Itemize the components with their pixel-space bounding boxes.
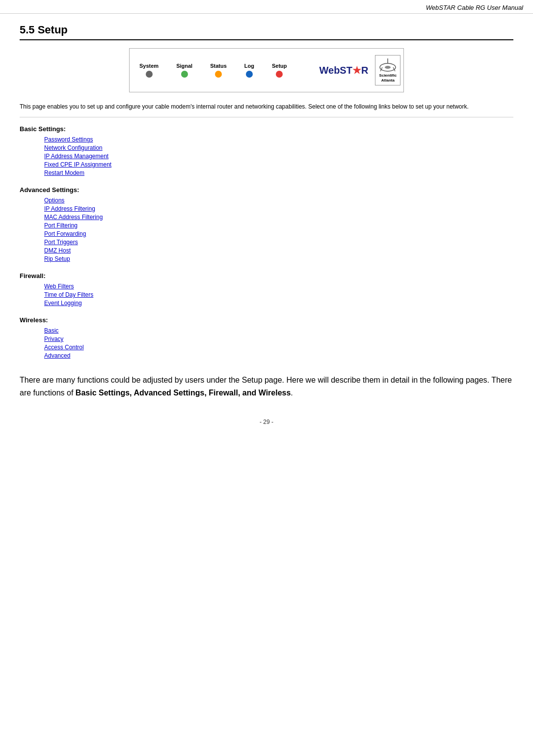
link-rip-setup[interactable]: Rip Setup	[44, 255, 70, 262]
manual-title: WebSTAR Cable RG User Manual	[426, 4, 523, 11]
list-item: IP Address Management	[44, 152, 513, 160]
list-item: Privacy	[44, 335, 513, 342]
list-item: Restart Modem	[44, 169, 513, 176]
nav-status-label: Status	[210, 63, 227, 69]
list-item: Basic	[44, 327, 513, 334]
nav-item-log: Log	[244, 63, 254, 78]
list-item: Web Filters	[44, 282, 513, 290]
nav-item-signal: Signal	[176, 63, 192, 78]
page-title: 5.5 Setup	[20, 24, 513, 40]
link-port-filtering[interactable]: Port Filtering	[44, 222, 78, 229]
nav-setup-label: Setup	[272, 63, 287, 69]
link-access-control[interactable]: Access Control	[44, 344, 84, 351]
advanced-settings-title: Advanced Settings:	[20, 186, 513, 194]
basic-settings-title: Basic Settings:	[20, 125, 513, 133]
page-content: 5.5 Setup System Signal Status Log	[0, 14, 533, 445]
sa-label2: Atlanta	[381, 78, 395, 83]
nav-item-status: Status	[210, 63, 227, 78]
list-item: Rip Setup	[44, 255, 513, 262]
link-port-forwarding[interactable]: Port Forwarding	[44, 230, 86, 237]
nav-system-dot	[146, 71, 153, 78]
link-fixed-cpe-ip-assignment[interactable]: Fixed CPE IP Assignment	[44, 161, 111, 168]
wireless-title: Wireless:	[20, 316, 513, 324]
section-basic-settings: Basic Settings: Password Settings Networ…	[20, 125, 513, 176]
list-item: Time of Day Filters	[44, 291, 513, 298]
page-footer: - 29 -	[20, 419, 513, 425]
link-ip-address-management[interactable]: IP Address Management	[44, 153, 108, 160]
logo-star: ★	[352, 65, 361, 76]
svg-point-2	[385, 66, 391, 69]
nav-item-setup: Setup	[272, 63, 287, 78]
list-item: Fixed CPE IP Assignment	[44, 161, 513, 168]
description-bold-text: Basic Settings, Advanced Settings, Firew…	[76, 389, 291, 397]
list-item: Options	[44, 196, 513, 204]
list-item: MAC Address Filtering	[44, 213, 513, 221]
link-advanced[interactable]: Advanced	[44, 352, 70, 359]
intro-text: This page enables you to set up and conf…	[20, 102, 513, 117]
sa-label1: Scientific	[379, 73, 397, 78]
nav-item-system: System	[139, 63, 159, 78]
list-item: Port Filtering	[44, 222, 513, 229]
description-paragraph: There are many functions could be adjust…	[20, 374, 513, 399]
page-header: WebSTAR Cable RG User Manual	[0, 0, 533, 14]
section-firewall: Firewall: Web Filters Time of Day Filter…	[20, 272, 513, 307]
advanced-settings-links: Options IP Address Filtering MAC Address…	[20, 196, 513, 262]
nav-log-dot	[246, 71, 253, 78]
list-item: Port Triggers	[44, 238, 513, 246]
section-wireless: Wireless: Basic Privacy Access Control A…	[20, 316, 513, 359]
nav-status-dot	[215, 71, 222, 78]
link-options[interactable]: Options	[44, 197, 64, 204]
nav-log-label: Log	[244, 63, 254, 69]
firewall-links: Web Filters Time of Day Filters Event Lo…	[20, 282, 513, 307]
link-mac-address-filtering[interactable]: MAC Address Filtering	[44, 214, 103, 221]
list-item: IP Address Filtering	[44, 205, 513, 212]
list-item: Event Logging	[44, 299, 513, 307]
link-privacy[interactable]: Privacy	[44, 336, 63, 342]
list-item: Access Control	[44, 343, 513, 351]
section-advanced-settings: Advanced Settings: Options IP Address Fi…	[20, 186, 513, 262]
nav-signal-dot	[181, 71, 188, 78]
nav-setup-dot	[276, 71, 283, 78]
firewall-title: Firewall:	[20, 272, 513, 280]
list-item: Advanced	[44, 352, 513, 359]
link-network-configuration[interactable]: Network Configuration	[44, 144, 103, 151]
link-time-of-day-filters[interactable]: Time of Day Filters	[44, 291, 93, 298]
link-password-settings[interactable]: Password Settings	[44, 136, 93, 143]
list-item: Network Configuration	[44, 144, 513, 151]
link-dmz-host[interactable]: DMZ Host	[44, 247, 71, 254]
list-item: DMZ Host	[44, 247, 513, 254]
page-number: - 29 -	[260, 419, 273, 425]
link-web-filters[interactable]: Web Filters	[44, 283, 74, 290]
link-basic[interactable]: Basic	[44, 327, 58, 334]
nav-system-label: System	[139, 63, 159, 69]
logo-area: WebST★R Scientific Atlanta	[315, 55, 401, 85]
link-port-triggers[interactable]: Port Triggers	[44, 239, 78, 246]
dish-icon	[378, 57, 397, 73]
wireless-links: Basic Privacy Access Control Advanced	[20, 327, 513, 359]
webstar-logo: WebST★R	[320, 64, 369, 76]
nav-bar: System Signal Status Log Setup	[129, 48, 404, 92]
list-item: Password Settings	[44, 136, 513, 143]
list-item: Port Forwarding	[44, 230, 513, 237]
nav-image-area: System Signal Status Log Setup	[20, 48, 513, 92]
scientific-atlanta-box: Scientific Atlanta	[375, 55, 400, 85]
link-restart-modem[interactable]: Restart Modem	[44, 169, 84, 176]
link-ip-address-filtering[interactable]: IP Address Filtering	[44, 205, 95, 212]
link-event-logging[interactable]: Event Logging	[44, 300, 82, 307]
basic-settings-links: Password Settings Network Configuration …	[20, 136, 513, 176]
description-text-after: .	[291, 389, 293, 397]
nav-signal-label: Signal	[176, 63, 192, 69]
